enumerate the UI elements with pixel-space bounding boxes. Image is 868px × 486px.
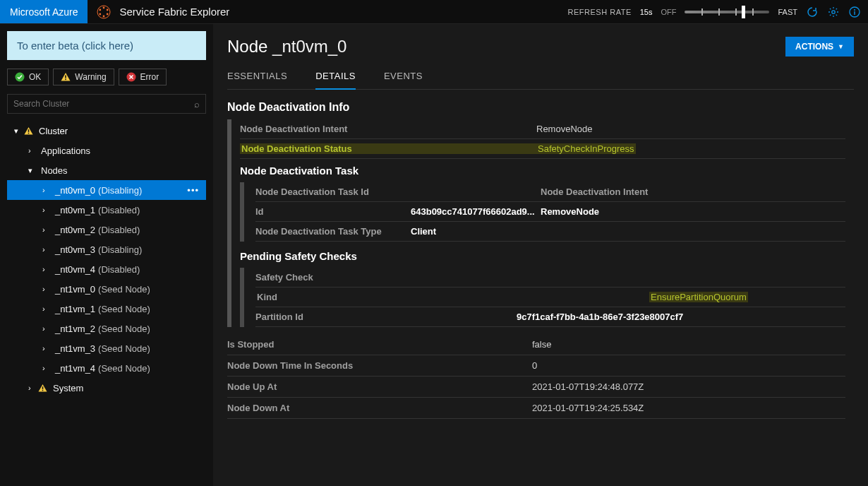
refresh-icon[interactable]: [806, 6, 819, 18]
warning-icon: [61, 72, 71, 82]
chevron-right-icon: ›: [42, 225, 52, 234]
tree-label: _nt1vm_3: [55, 343, 95, 354]
svg-point-3: [107, 13, 109, 15]
svg-point-1: [103, 6, 105, 8]
tree-node-item[interactable]: › _nt0vm_0 (Disabling) •••: [7, 180, 206, 200]
tree-status: (Disabled): [98, 225, 140, 235]
kv-key: Is Stopped: [227, 339, 532, 350]
kv-key: Node Deactivation Task Type: [255, 226, 411, 237]
chevron-right-icon: ›: [42, 186, 52, 194]
svg-rect-13: [66, 79, 67, 81]
tree-cluster[interactable]: ▾ Cluster: [7, 121, 206, 141]
chevron-down-icon: ▾: [28, 166, 38, 175]
topbar: Microsoft Azure Service Fabric Explorer …: [0, 0, 868, 24]
chevron-down-icon: ▾: [14, 126, 24, 136]
svg-rect-10: [854, 11, 855, 15]
tree-status: (Seed Node): [98, 304, 150, 314]
filter-ok-label: OK: [29, 72, 41, 82]
warning-icon: [24, 126, 33, 136]
tab-essentials[interactable]: ESSENTIALS: [227, 66, 287, 89]
chevron-right-icon: ›: [42, 265, 52, 273]
kv-value: Client: [411, 226, 845, 237]
search-cluster-box[interactable]: ⌕: [7, 94, 206, 114]
tree-node-item[interactable]: › _nt1vm_2 (Seed Node): [7, 319, 206, 338]
section-deactivation-task: Node Deactivation Task: [240, 165, 845, 177]
refresh-off-label: OFF: [661, 8, 676, 16]
tree-label: _nt0vm_0: [55, 185, 95, 196]
actions-label: ACTIONS: [795, 42, 833, 52]
chevron-right-icon: ›: [42, 304, 52, 313]
section-pending-checks: Pending Safety Checks: [240, 250, 845, 262]
chevron-right-icon: ›: [28, 384, 38, 392]
filter-warning-button[interactable]: Warning: [53, 69, 114, 85]
actions-button[interactable]: ACTIONS ▼: [785, 37, 854, 57]
svg-point-9: [854, 9, 855, 11]
tree-label: Applications: [41, 146, 90, 156]
tree-nodes[interactable]: ▾ Nodes: [7, 160, 206, 180]
svg-rect-16: [28, 132, 29, 133]
tree-node-item[interactable]: › _nt0vm_1 (Disabled): [7, 200, 206, 220]
info-icon[interactable]: [848, 6, 861, 18]
filter-ok-button[interactable]: OK: [7, 69, 49, 85]
tree-status: (Seed Node): [98, 324, 150, 334]
kv-value: SafetyCheckInProgress: [536, 143, 636, 154]
svg-rect-12: [66, 76, 67, 78]
tree-status: (Seed Node): [98, 284, 150, 295]
more-icon[interactable]: •••: [187, 185, 206, 196]
tree-node-item[interactable]: › _nt0vm_3 (Disabling): [7, 239, 206, 259]
brand-logo[interactable]: Microsoft Azure: [0, 0, 88, 23]
tree-node-item[interactable]: › _nt1vm_0 (Seed Node): [7, 279, 206, 299]
chevron-right-icon: ›: [28, 146, 38, 155]
refresh-fast-label: FAST: [778, 8, 797, 16]
chevron-down-icon: ▼: [838, 43, 844, 50]
ok-icon: [15, 72, 25, 82]
gear-icon[interactable]: [827, 6, 840, 18]
tree-node-item[interactable]: › _nt0vm_4 (Disabled): [7, 259, 206, 279]
tree-label: _nt1vm_0: [55, 284, 95, 295]
tree-label: Cluster: [39, 126, 68, 136]
chevron-right-icon: ›: [42, 364, 52, 372]
filter-error-button[interactable]: Error: [119, 69, 167, 85]
app-icon: [88, 0, 119, 23]
deactivation-info-block: Node Deactivation Intent RemoveNode Node…: [227, 119, 845, 327]
tree-status: (Disabling): [98, 244, 142, 255]
tree-label: _nt1vm_4: [55, 363, 95, 374]
tree-applications[interactable]: › Applications: [7, 141, 206, 160]
kv-value: RemoveNode: [536, 124, 845, 134]
refresh-rate-slider[interactable]: [685, 11, 769, 13]
tree-node-item[interactable]: › _nt1vm_1 (Seed Node): [7, 299, 206, 319]
tree-label: _nt1vm_1: [55, 304, 95, 314]
kv-value: 9c7f1caf-f7bb-4a1b-86e7-3f23e8007cf7: [517, 312, 845, 322]
kv-value: 643b09cc741077f66602ad9...: [411, 206, 541, 217]
kv-key: Node Up At: [227, 381, 532, 392]
kv-key: Node Deactivation Status: [240, 143, 536, 154]
tree-label: _nt0vm_3: [55, 244, 95, 255]
kv-key: Partition Id: [255, 312, 517, 322]
tree-node-item[interactable]: › _nt0vm_2 (Disabled): [7, 220, 206, 239]
tree-node-item[interactable]: › _nt1vm_3 (Seed Node): [7, 338, 206, 358]
tree-system[interactable]: › System: [7, 378, 206, 398]
kv-value: EnsurePartitionQuorum: [649, 292, 748, 302]
error-icon: [126, 72, 136, 82]
svg-point-4: [103, 15, 105, 17]
tab-details[interactable]: DETAILS: [315, 66, 356, 90]
title-node-name: _nt0vm_0: [272, 37, 346, 56]
filter-error-label: Error: [140, 72, 159, 82]
svg-point-7: [832, 10, 835, 13]
tab-events[interactable]: EVENTS: [384, 66, 423, 89]
svg-rect-15: [28, 129, 29, 132]
filter-warning-label: Warning: [75, 72, 106, 82]
beta-banner[interactable]: To enter beta (click here): [7, 31, 206, 60]
search-input[interactable]: [13, 99, 194, 109]
app-title: Service Fabric Explorer: [119, 0, 567, 23]
chevron-right-icon: ›: [42, 344, 52, 352]
search-icon: ⌕: [194, 99, 200, 109]
prop-row: Node Up At 2021-01-07T19:24:48.077Z: [227, 377, 845, 398]
tree-status: (Disabled): [98, 205, 140, 215]
sidebar: To enter beta (click here) OK Warning Er…: [0, 24, 213, 486]
kv-key: Node Deactivation Intent: [240, 124, 536, 134]
kv-key: Safety Check: [255, 268, 845, 288]
tree-status: (Disabled): [98, 264, 140, 275]
pending-checks-block: Safety Check Kind EnsurePartitionQuorum …: [240, 268, 845, 327]
tree-node-item[interactable]: › _nt1vm_4 (Seed Node): [7, 358, 206, 378]
